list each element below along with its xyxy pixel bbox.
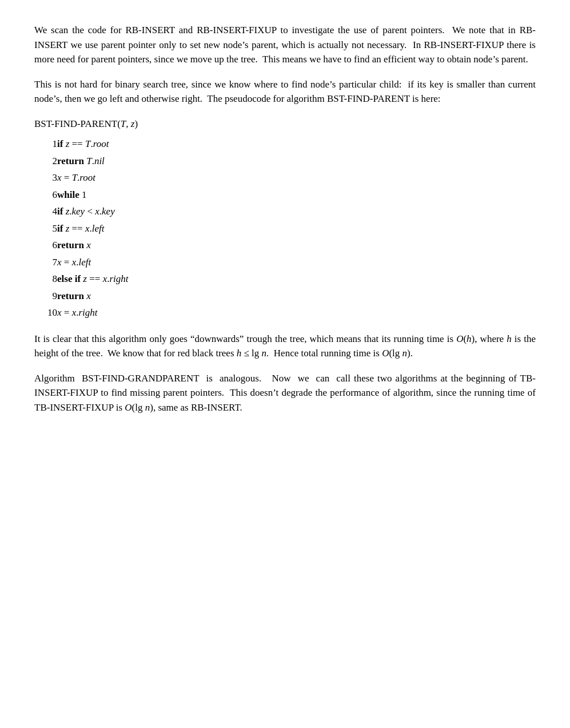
line-number: 7 (40, 254, 57, 271)
algo-line-5: 5 if z == x.left (40, 220, 129, 237)
algo-pseudocode: 1 if z == T.root 2 return T.nil 3 x = T.… (40, 136, 129, 321)
line-content: while 1 (57, 186, 129, 204)
line-number: 4 (40, 203, 57, 220)
line-content: x = x.right (57, 304, 129, 321)
line-content: return x (57, 237, 129, 254)
paragraph-3: It is clear that this algorithm only goe… (34, 332, 536, 361)
algo-title: BST-FIND-PARENT(T, z) (34, 117, 536, 132)
line-number: 8 (40, 270, 57, 288)
paragraph-4: Algorithm BST-FIND-GRANDPARENT is analog… (34, 371, 536, 415)
line-content: if z == T.root (57, 136, 129, 153)
line-number: 6 (40, 237, 57, 254)
algo-line-4: 4 if z.key < x.key (40, 203, 129, 220)
line-content: if z == x.left (57, 220, 129, 237)
algo-line-7: 7 x = x.left (40, 254, 129, 271)
algo-line-1: 1 if z == T.root (40, 136, 129, 153)
line-content: x = x.left (57, 254, 129, 271)
line-number: 3 (40, 169, 57, 186)
line-number: 2 (40, 153, 57, 170)
line-number: 10 (40, 304, 57, 321)
line-content: if z.key < x.key (57, 203, 129, 220)
paragraph-2: This is not hard for binary search tree,… (34, 77, 536, 106)
line-content: else if z == x.right (57, 270, 129, 288)
line-number: 6 (40, 186, 57, 204)
line-number: 5 (40, 220, 57, 237)
paragraph-1: We scan the code for RB-INSERT and RB-IN… (34, 23, 536, 67)
algo-line-6: 6 while 1 (40, 186, 129, 204)
algo-line-2: 2 return T.nil (40, 153, 129, 170)
algo-line-8: 8 else if z == x.right (40, 270, 129, 288)
algo-line-9: 9 return x (40, 288, 129, 305)
algo-line-3: 3 x = T.root (40, 169, 129, 186)
line-content: return T.nil (57, 153, 129, 170)
line-number: 9 (40, 288, 57, 305)
line-number: 1 (40, 136, 57, 153)
algo-line-10: 10 x = x.right (40, 304, 129, 321)
algo-line-6b: 6 return x (40, 237, 129, 254)
line-content: x = T.root (57, 169, 129, 186)
line-content: return x (57, 288, 129, 305)
